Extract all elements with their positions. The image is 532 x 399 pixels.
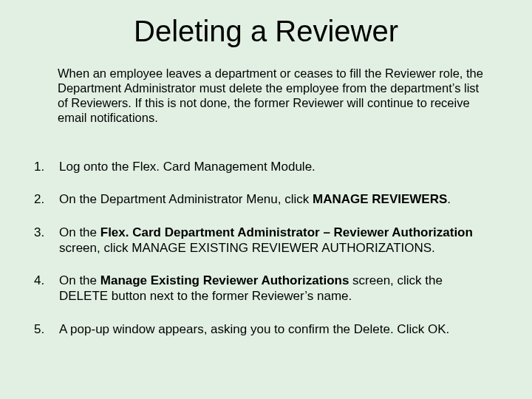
- step-number: 1.: [34, 160, 59, 175]
- step-text: Log onto the Flex. Card Management Modul…: [59, 160, 488, 175]
- step-text: On the Manage Existing Reviewer Authoriz…: [59, 273, 488, 304]
- slide-title: Deleting a Reviewer: [34, 15, 498, 48]
- step-number: 3.: [34, 225, 59, 256]
- list-item: 5.A pop-up window appears, asking you to…: [34, 322, 488, 338]
- list-item: 1.Log onto the Flex. Card Management Mod…: [34, 160, 488, 175]
- step-number: 5.: [34, 322, 59, 338]
- slide: Deleting a Reviewer When an employee lea…: [0, 0, 532, 399]
- step-number: 2.: [34, 192, 59, 208]
- list-item: 4.On the Manage Existing Reviewer Author…: [34, 273, 488, 304]
- list-item: 2.On the Department Administrator Menu, …: [34, 192, 488, 208]
- step-list: 1.Log onto the Flex. Card Management Mod…: [34, 142, 488, 355]
- step-number: 4.: [34, 273, 59, 304]
- step-text: A pop-up window appears, asking you to c…: [59, 322, 488, 338]
- list-item: 3.On the Flex. Card Department Administr…: [34, 225, 488, 256]
- step-text: On the Flex. Card Department Administrat…: [59, 225, 488, 256]
- step-text: On the Department Administrator Menu, cl…: [59, 192, 488, 208]
- intro-paragraph: When an employee leaves a department or …: [58, 66, 486, 126]
